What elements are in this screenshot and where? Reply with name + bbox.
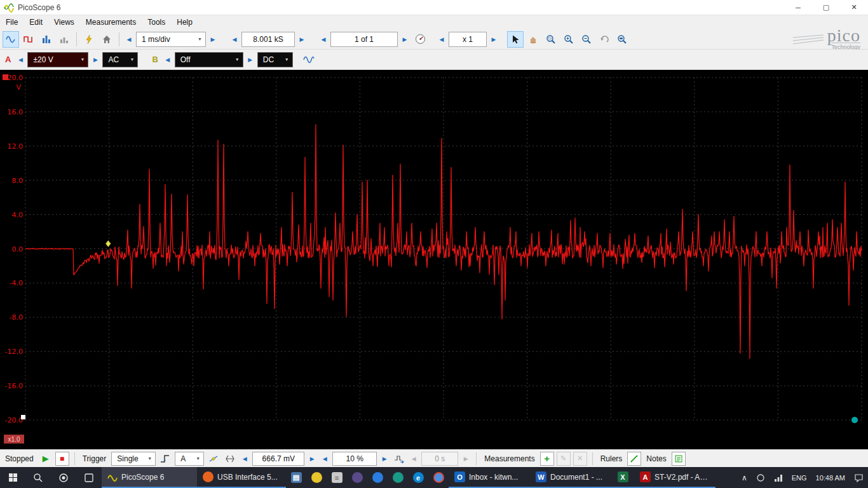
edit-measurement-button: ✎ [557, 452, 571, 466]
scope-view-button[interactable] [3, 31, 19, 48]
trigger-mode-value: Single [117, 454, 138, 463]
marquee-zoom-tool-button[interactable] [543, 31, 559, 48]
action-center-icon[interactable] [850, 467, 868, 488]
post-trigger-value: 0 s [435, 454, 445, 463]
trigger-marker-icon [208, 454, 219, 464]
add-measurement-button[interactable]: + [540, 452, 554, 466]
minimize-icon[interactable]: ─ [784, 0, 812, 15]
clock[interactable]: 10:48 AM [811, 467, 850, 488]
stop-capture-button[interactable]: ■ [55, 452, 69, 466]
persistence-view-button[interactable] [56, 31, 72, 48]
notes-button[interactable] [672, 452, 686, 466]
menu-views[interactable]: Views [48, 15, 80, 29]
trigger-level-up-button[interactable]: ▶ [307, 451, 317, 466]
pinned-app-icon-6[interactable] [388, 467, 408, 488]
task-adobe[interactable]: A ST-V2.pdf - Ad... [634, 467, 715, 488]
zoom-in-tool-button[interactable] [560, 31, 577, 48]
trigger-diamond-marker[interactable] [105, 240, 111, 247]
trigger-level-field[interactable]: 666.7 mV [252, 452, 304, 466]
home-button[interactable] [98, 31, 115, 48]
buffer-next-button[interactable]: ▶ [399, 32, 410, 47]
pre-trigger-down-button[interactable]: ◀ [320, 451, 330, 466]
channel-b-range-up-button[interactable]: ▶ [245, 52, 256, 67]
buffer-page-field[interactable]: 1 of 1 [330, 32, 398, 47]
pan-tool-button[interactable] [525, 31, 541, 48]
menu-tools[interactable]: Tools [142, 15, 171, 29]
zoom-out-tool-button[interactable] [578, 31, 595, 48]
chrome-icon[interactable] [428, 467, 449, 488]
square-wave-view-button[interactable] [20, 31, 37, 48]
start-button[interactable] [0, 467, 25, 488]
chevron-down-icon: ▼ [74, 57, 85, 62]
scope-canvas[interactable]: 20.016.012.08.04.00.0-4.0-8.0-12.0-16.0-… [0, 70, 868, 449]
timebase-next-button[interactable]: ▶ [207, 32, 219, 47]
tray-icon-1[interactable] [752, 467, 770, 488]
post-trigger-toggle-button[interactable] [392, 452, 406, 466]
trigger-level-down-button[interactable]: ◀ [240, 451, 250, 466]
restore-icon[interactable]: ▢ [812, 0, 840, 15]
task-word[interactable]: W Document1 - ... [530, 467, 611, 488]
scope-display[interactable]: 20.016.012.08.04.00.0-4.0-8.0-12.0-16.0-… [0, 70, 868, 449]
y-axis-label: 16.0 [8, 108, 24, 116]
timebase-prev-button[interactable]: ◀ [123, 32, 135, 47]
channel-a-range-select[interactable]: ±20 V ▼ [27, 52, 88, 67]
pinned-app-icon-3[interactable]: ≡ [327, 467, 347, 488]
menu-measurements[interactable]: Measurements [80, 15, 142, 29]
signal-generator-button[interactable] [301, 51, 317, 68]
menu-edit[interactable]: Edit [24, 15, 48, 29]
buffer-navigator-button[interactable] [412, 31, 428, 48]
channel-b-label[interactable]: B [149, 55, 160, 64]
taskbar-search-button[interactable] [25, 467, 51, 488]
trigger-mode-select[interactable]: Single ▼ [111, 452, 156, 466]
cortana-button[interactable] [51, 467, 76, 488]
buffer-prev-button[interactable]: ◀ [318, 32, 329, 47]
trigger-marker-button[interactable] [207, 452, 220, 466]
channel-a-marker[interactable] [3, 74, 8, 80]
channel-b-range-select[interactable]: Off ▼ [175, 52, 243, 67]
close-icon[interactable]: ✕ [840, 0, 868, 15]
task-firefox[interactable]: USB Interface 5... [197, 467, 286, 488]
task-outlook[interactable]: O Inbox - kitwn... [449, 467, 530, 488]
channel-a-coupling-select[interactable]: AC ▼ [102, 52, 138, 67]
channel-a-range-up-button[interactable]: ▶ [90, 52, 101, 67]
start-capture-button[interactable]: ▶ [39, 452, 53, 466]
axis-handle-marker[interactable] [21, 415, 25, 419]
menu-help[interactable]: Help [171, 15, 198, 29]
samples-increase-button[interactable]: ▶ [296, 32, 308, 47]
trigger-source-select[interactable]: A ▼ [175, 452, 204, 466]
channel-b-coupling-select[interactable]: DC ▼ [257, 52, 293, 67]
zoom-full-view-button[interactable] [614, 31, 630, 48]
channel-a-range-down-button[interactable]: ◀ [15, 52, 26, 67]
pinned-app-icon-5[interactable] [367, 467, 388, 488]
app-icon [4, 3, 14, 13]
pre-trigger-field[interactable]: 10 % [332, 452, 377, 466]
pinned-app-icon-1[interactable]: ▤ [286, 467, 306, 488]
zoom-decrease-button[interactable]: ◀ [436, 32, 447, 47]
zoom-factor-field[interactable]: x 1 [449, 32, 487, 47]
trigger-50-percent-button[interactable] [223, 452, 237, 466]
tray-chevron-icon[interactable]: ∧ [737, 467, 752, 488]
channel-a-label[interactable]: A [3, 55, 13, 64]
pinned-app-icon-2[interactable] [306, 467, 327, 488]
samples-field[interactable]: 8.001 kS [241, 32, 295, 47]
language-indicator[interactable]: ENG [787, 467, 811, 488]
rulers-button[interactable] [627, 452, 641, 466]
task-excel[interactable]: X [611, 467, 634, 488]
scope-corner-handle[interactable] [851, 417, 858, 423]
task-view-button[interactable] [76, 467, 102, 488]
pointer-tool-button[interactable] [507, 31, 524, 48]
advanced-trigger-button[interactable] [158, 452, 172, 466]
spectrum-view-button[interactable] [38, 31, 55, 48]
undo-zoom-button[interactable] [596, 31, 613, 48]
pinned-app-icon-4[interactable] [347, 467, 367, 488]
samples-decrease-button[interactable]: ◀ [229, 32, 240, 47]
zoom-increase-button[interactable]: ▶ [488, 32, 499, 47]
task-picoscope[interactable]: PicoScope 6 [102, 467, 197, 488]
auto-setup-button[interactable] [81, 31, 97, 48]
channel-b-range-down-button[interactable]: ◀ [162, 52, 173, 67]
pre-trigger-up-button[interactable]: ▶ [379, 451, 390, 466]
menu-file[interactable]: File [0, 15, 24, 29]
network-icon[interactable] [770, 467, 787, 488]
edge-icon[interactable]: e [408, 467, 428, 488]
timebase-select[interactable]: 1 ms/div ▼ [136, 32, 206, 47]
